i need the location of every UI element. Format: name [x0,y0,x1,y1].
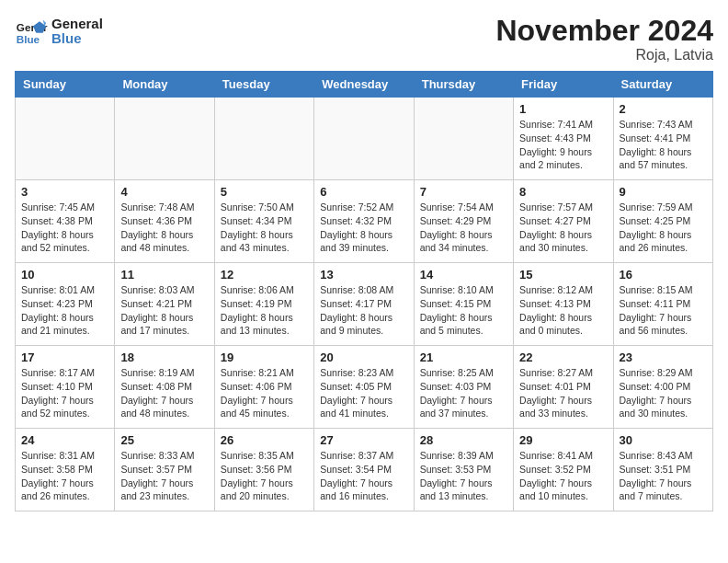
day-cell: 13Sunrise: 8:08 AM Sunset: 4:17 PM Dayli… [314,263,414,346]
day-number: 1 [519,102,607,116]
svg-text:Blue: Blue [17,33,40,45]
week-row-2: 3Sunrise: 7:45 AM Sunset: 4:38 PM Daylig… [16,180,713,263]
day-info: Sunrise: 7:45 AM Sunset: 4:38 PM Dayligh… [21,201,108,255]
month-title: November 2024 [495,15,713,47]
day-number: 4 [120,185,208,199]
day-info: Sunrise: 8:03 AM Sunset: 4:21 PM Dayligh… [120,283,208,338]
day-number: 28 [420,433,507,447]
day-info: Sunrise: 8:10 AM Sunset: 4:15 PM Dayligh… [420,283,507,338]
day-info: Sunrise: 8:17 AM Sunset: 4:10 PM Dayligh… [21,366,108,420]
day-info: Sunrise: 7:48 AM Sunset: 4:36 PM Dayligh… [120,201,208,255]
day-cell: 12Sunrise: 8:06 AM Sunset: 4:19 PM Dayli… [214,263,313,346]
day-number: 15 [519,268,607,282]
day-number: 27 [320,433,407,447]
day-info: Sunrise: 8:25 AM Sunset: 4:03 PM Dayligh… [420,366,507,420]
day-info: Sunrise: 7:50 AM Sunset: 4:34 PM Dayligh… [221,201,308,255]
day-number: 5 [221,185,308,199]
weekday-header-monday: Monday [115,72,214,98]
day-cell [16,98,115,180]
day-info: Sunrise: 8:33 AM Sunset: 3:57 PM Dayligh… [120,449,208,503]
day-number: 14 [420,268,507,282]
day-number: 25 [120,433,208,447]
title-block: November 2024 Roja, Latvia [495,15,713,63]
day-number: 30 [620,433,707,447]
day-cell: 25Sunrise: 8:33 AM Sunset: 3:57 PM Dayli… [115,429,214,511]
day-info: Sunrise: 8:41 AM Sunset: 3:52 PM Dayligh… [519,449,607,503]
day-cell: 14Sunrise: 8:10 AM Sunset: 4:15 PM Dayli… [414,263,513,346]
day-number: 7 [420,185,507,199]
week-row-4: 17Sunrise: 8:17 AM Sunset: 4:10 PM Dayli… [16,346,713,429]
day-cell: 7Sunrise: 7:54 AM Sunset: 4:29 PM Daylig… [414,180,513,263]
day-number: 13 [320,268,407,282]
logo: General Blue General Blue [15,15,103,48]
day-cell: 19Sunrise: 8:21 AM Sunset: 4:06 PM Dayli… [214,346,313,429]
day-cell: 24Sunrise: 8:31 AM Sunset: 3:58 PM Dayli… [16,429,115,511]
day-number: 16 [620,268,707,282]
day-info: Sunrise: 7:43 AM Sunset: 4:41 PM Dayligh… [620,118,707,172]
week-row-5: 24Sunrise: 8:31 AM Sunset: 3:58 PM Dayli… [16,429,713,511]
day-info: Sunrise: 8:31 AM Sunset: 3:58 PM Dayligh… [21,449,108,503]
day-info: Sunrise: 8:35 AM Sunset: 3:56 PM Dayligh… [221,449,308,503]
day-info: Sunrise: 7:54 AM Sunset: 4:29 PM Dayligh… [420,201,507,255]
day-number: 11 [120,268,208,282]
day-info: Sunrise: 8:27 AM Sunset: 4:01 PM Dayligh… [519,366,607,420]
day-cell: 15Sunrise: 8:12 AM Sunset: 4:13 PM Dayli… [514,263,613,346]
day-info: Sunrise: 7:41 AM Sunset: 4:43 PM Dayligh… [519,118,607,172]
day-info: Sunrise: 8:19 AM Sunset: 4:08 PM Dayligh… [120,366,208,420]
day-info: Sunrise: 8:37 AM Sunset: 3:54 PM Dayligh… [320,449,407,503]
calendar-table: SundayMondayTuesdayWednesdayThursdayFrid… [15,71,713,511]
day-number: 12 [221,268,308,282]
day-number: 6 [320,185,407,199]
day-cell: 8Sunrise: 7:57 AM Sunset: 4:27 PM Daylig… [514,180,613,263]
day-info: Sunrise: 8:29 AM Sunset: 4:00 PM Dayligh… [620,366,707,420]
day-cell: 27Sunrise: 8:37 AM Sunset: 3:54 PM Dayli… [314,429,414,511]
day-number: 2 [620,102,707,116]
day-info: Sunrise: 7:52 AM Sunset: 4:32 PM Dayligh… [320,201,407,255]
day-cell: 17Sunrise: 8:17 AM Sunset: 4:10 PM Dayli… [16,346,115,429]
day-cell: 11Sunrise: 8:03 AM Sunset: 4:21 PM Dayli… [115,263,214,346]
day-cell: 16Sunrise: 8:15 AM Sunset: 4:11 PM Dayli… [613,263,712,346]
day-cell: 29Sunrise: 8:41 AM Sunset: 3:52 PM Dayli… [514,429,613,511]
day-cell [115,98,214,180]
day-cell: 21Sunrise: 8:25 AM Sunset: 4:03 PM Dayli… [414,346,513,429]
weekday-header-row: SundayMondayTuesdayWednesdayThursdayFrid… [16,72,713,98]
day-cell: 18Sunrise: 8:19 AM Sunset: 4:08 PM Dayli… [115,346,214,429]
day-info: Sunrise: 8:15 AM Sunset: 4:11 PM Dayligh… [620,283,707,338]
weekday-header-thursday: Thursday [414,72,513,98]
weekday-header-sunday: Sunday [16,72,115,98]
day-info: Sunrise: 8:08 AM Sunset: 4:17 PM Dayligh… [320,283,407,338]
day-number: 8 [519,185,607,199]
day-cell [314,98,414,180]
day-number: 9 [620,185,707,199]
day-info: Sunrise: 8:21 AM Sunset: 4:06 PM Dayligh… [221,366,308,420]
day-cell [214,98,313,180]
day-number: 26 [221,433,308,447]
day-cell: 20Sunrise: 8:23 AM Sunset: 4:05 PM Dayli… [314,346,414,429]
week-row-1: 1Sunrise: 7:41 AM Sunset: 4:43 PM Daylig… [16,98,713,180]
day-cell: 6Sunrise: 7:52 AM Sunset: 4:32 PM Daylig… [314,180,414,263]
weekday-header-wednesday: Wednesday [314,72,414,98]
weekday-header-friday: Friday [514,72,613,98]
weekday-header-tuesday: Tuesday [214,72,313,98]
day-number: 3 [21,185,108,199]
day-cell: 2Sunrise: 7:43 AM Sunset: 4:41 PM Daylig… [613,98,712,180]
day-info: Sunrise: 7:57 AM Sunset: 4:27 PM Dayligh… [519,201,607,255]
day-info: Sunrise: 8:43 AM Sunset: 3:51 PM Dayligh… [620,449,707,503]
day-number: 10 [21,268,108,282]
day-info: Sunrise: 7:59 AM Sunset: 4:25 PM Dayligh… [620,201,707,255]
day-cell: 28Sunrise: 8:39 AM Sunset: 3:53 PM Dayli… [414,429,513,511]
weekday-header-saturday: Saturday [613,72,712,98]
day-info: Sunrise: 8:06 AM Sunset: 4:19 PM Dayligh… [221,283,308,338]
day-cell: 5Sunrise: 7:50 AM Sunset: 4:34 PM Daylig… [214,180,313,263]
day-number: 18 [120,350,208,364]
day-cell: 22Sunrise: 8:27 AM Sunset: 4:01 PM Dayli… [514,346,613,429]
day-cell: 23Sunrise: 8:29 AM Sunset: 4:00 PM Dayli… [613,346,712,429]
day-info: Sunrise: 8:23 AM Sunset: 4:05 PM Dayligh… [320,366,407,420]
day-cell: 26Sunrise: 8:35 AM Sunset: 3:56 PM Dayli… [214,429,313,511]
day-info: Sunrise: 8:39 AM Sunset: 3:53 PM Dayligh… [420,449,507,503]
day-number: 29 [519,433,607,447]
day-info: Sunrise: 8:12 AM Sunset: 4:13 PM Dayligh… [519,283,607,338]
day-number: 21 [420,350,507,364]
day-cell: 1Sunrise: 7:41 AM Sunset: 4:43 PM Daylig… [514,98,613,180]
location: Roja, Latvia [495,47,713,63]
